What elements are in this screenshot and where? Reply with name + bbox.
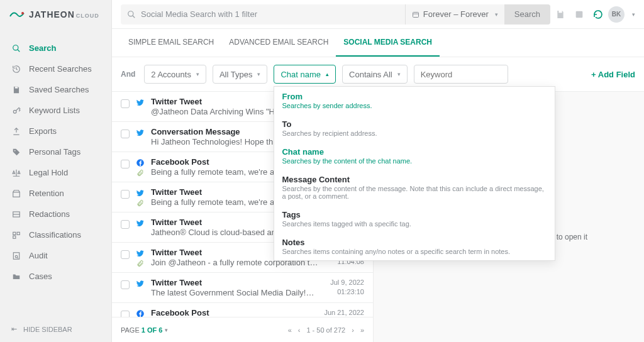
save-icon[interactable] <box>555 9 565 19</box>
attachment-icon <box>136 169 144 177</box>
dropdown-option-from[interactable]: FromSearches by sender address. <box>274 87 555 114</box>
logo: JATHEONCLOUD <box>0 0 111 29</box>
page-first-icon[interactable]: « <box>288 326 292 334</box>
page-next-icon[interactable]: › <box>352 326 354 334</box>
nav-label: Classifications <box>29 230 81 240</box>
field-filter[interactable]: Chat name▴ <box>274 65 336 84</box>
attachment-icon <box>136 260 144 267</box>
chevron-down-icon: ▾ <box>397 71 401 77</box>
row-checkbox[interactable] <box>121 220 130 229</box>
row-checkbox[interactable] <box>121 280 130 289</box>
row-date: Jul 9, 202201:23:10 <box>330 278 364 297</box>
row-checkbox[interactable] <box>121 190 130 199</box>
calendar-icon <box>412 11 419 18</box>
upload-icon <box>11 127 21 136</box>
attachment-icon <box>136 199 144 207</box>
user-avatar[interactable]: BK <box>608 6 625 23</box>
page-label: PAGE <box>121 326 140 334</box>
row-checkbox[interactable] <box>121 130 130 138</box>
source-icons <box>136 128 145 137</box>
filter-row: And 2 Accounts▾ All Types▾ Chat name▴ Fr… <box>112 57 644 92</box>
match-filter[interactable]: Contains All▾ <box>342 65 408 84</box>
date-range-selector[interactable]: Forever – Forever ▾ <box>405 4 504 25</box>
svg-rect-17 <box>413 12 418 17</box>
sidebar-item-audit[interactable]: Audit <box>0 245 111 266</box>
sidebar-item-recent-searches[interactable]: Recent Searches <box>0 58 111 79</box>
chevron-down-icon: ▾ <box>196 71 199 77</box>
row-checkbox[interactable] <box>121 160 130 168</box>
sidebar-item-saved-searches[interactable]: Saved Searches <box>0 79 111 100</box>
dropdown-option-chat-name[interactable]: Chat nameSearches by the content of the … <box>274 142 555 170</box>
box-icon <box>11 189 21 198</box>
nav-label: Search <box>29 43 56 53</box>
svg-point-15 <box>128 11 133 16</box>
audit-icon <box>11 251 21 260</box>
page-prev-icon[interactable]: ‹ <box>298 326 301 334</box>
sidebar-item-search[interactable]: Search <box>0 38 111 58</box>
export-icon[interactable] <box>574 9 584 19</box>
twitter-icon <box>136 279 145 288</box>
row-date: Jun 21, 202202:53:57 <box>324 308 364 317</box>
svg-point-5 <box>14 150 16 151</box>
row-checkbox[interactable] <box>121 99 130 108</box>
add-field-button[interactable]: + Add Field <box>591 70 635 79</box>
nav-label: Keyword Lists <box>29 106 80 115</box>
row-checkbox[interactable] <box>121 311 130 317</box>
keyword-input[interactable] <box>421 70 501 79</box>
accounts-filter[interactable]: 2 Accounts▾ <box>144 65 206 84</box>
sidebar-item-keyword-lists[interactable]: Keyword Lists <box>0 100 111 121</box>
sidebar-item-cases[interactable]: Cases <box>0 266 111 287</box>
tabs: SIMPLE EMAIL SEARCHADVANCED EMAIL SEARCH… <box>112 29 644 57</box>
search-input[interactable]: Social Media Search with 1 filter <box>121 9 405 19</box>
dropdown-option-message-content[interactable]: Message ContentSearches by the content o… <box>274 170 555 205</box>
search-button[interactable]: Search <box>504 4 550 25</box>
dropdown-option-notes[interactable]: NotesSearches items containing any/no no… <box>274 233 555 260</box>
chevron-down-icon: ▾ <box>495 11 498 18</box>
tab-advanced-email-search[interactable]: ADVANCED EMAIL SEARCH <box>221 29 336 57</box>
source-icons <box>136 189 145 207</box>
tab-social-media-search[interactable]: SOCIAL MEDIA SEARCH <box>336 29 440 57</box>
chevron-down-icon[interactable]: ▾ <box>165 327 168 333</box>
sidebar-item-personal-tags[interactable]: Personal Tags <box>0 141 111 162</box>
sidebar-item-exports[interactable]: Exports <box>0 121 111 141</box>
chevron-up-icon: ▴ <box>326 71 329 77</box>
chevron-down-icon: ▾ <box>257 71 260 77</box>
sidebar: JATHEONCLOUD SearchRecent SearchesSaved … <box>0 0 112 342</box>
history-icon <box>11 65 21 74</box>
class-icon <box>11 231 21 240</box>
row-kind: Twitter Tweet <box>151 278 202 287</box>
types-filter[interactable]: All Types▾ <box>213 65 268 84</box>
row-kind: Facebook Post <box>151 157 209 167</box>
svg-line-14 <box>17 257 18 258</box>
page-last-icon[interactable]: » <box>360 326 364 334</box>
tab-simple-email-search[interactable]: SIMPLE EMAIL SEARCH <box>121 29 221 57</box>
date-range-value: Forever – Forever <box>423 9 489 19</box>
collapse-icon: ⇤ <box>11 325 17 333</box>
nav-label: Personal Tags <box>29 147 80 157</box>
tag-icon <box>11 148 21 157</box>
keyword-input-wrapper <box>414 65 508 84</box>
svg-rect-20 <box>576 11 583 18</box>
brand-name: JATHEON <box>29 9 75 19</box>
search-placeholder: Social Media Search with 1 filter <box>141 9 257 19</box>
sidebar-item-classifications[interactable]: Classifications <box>0 224 111 245</box>
row-checkbox[interactable] <box>121 250 130 259</box>
svg-rect-3 <box>15 86 18 88</box>
source-icons <box>136 279 145 288</box>
brand-suffix: CLOUD <box>76 13 99 19</box>
source-icons <box>136 98 145 107</box>
sidebar-item-legal-hold[interactable]: Legal Hold <box>0 162 111 183</box>
chevron-down-icon[interactable]: ▾ <box>632 11 635 18</box>
search-bar: Social Media Search with 1 filter Foreve… <box>121 4 550 25</box>
hide-sidebar-button[interactable]: ⇤ HIDE SIDEBAR <box>0 316 111 342</box>
sidebar-item-redactions[interactable]: Redactions <box>0 204 111 224</box>
svg-line-2 <box>18 49 20 52</box>
result-row[interactable]: Twitter Tweet The latest Government Soci… <box>112 273 373 303</box>
refresh-icon[interactable] <box>593 9 603 19</box>
pagination: PAGE 1 OF 6 ▾ « ‹ 1 - 50 of 272 › » <box>112 317 373 342</box>
sidebar-item-retention[interactable]: Retention <box>0 183 111 204</box>
svg-rect-11 <box>13 236 16 238</box>
dropdown-option-to[interactable]: ToSearches by recipient address. <box>274 114 555 142</box>
dropdown-option-tags[interactable]: TagsSearches items tagged with a specifi… <box>274 205 555 233</box>
result-row[interactable]: Facebook Post "Consistent, strong and pr… <box>112 303 373 317</box>
